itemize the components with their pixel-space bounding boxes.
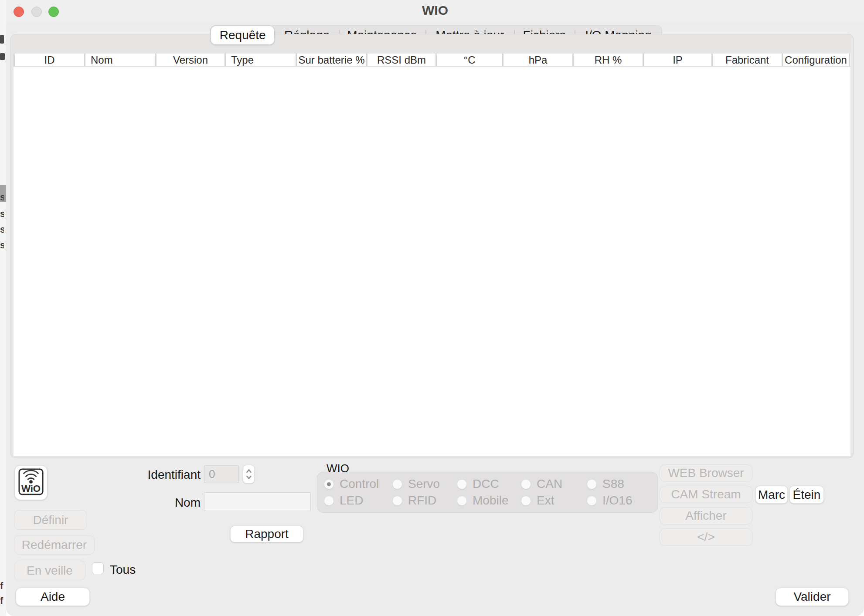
- col-header-id[interactable]: ID: [14, 54, 84, 66]
- background-text-fragment: [0, 53, 5, 60]
- radio-s88[interactable]: [587, 479, 597, 489]
- code-view-button[interactable]: </>: [660, 528, 752, 546]
- radio-option-servo[interactable]: Servo: [392, 477, 440, 491]
- svg-text:WiO: WiO: [21, 483, 41, 494]
- en-veille-button[interactable]: En veille: [14, 561, 85, 580]
- web-browser-button[interactable]: WEB Browser: [660, 464, 752, 482]
- tous-label: Tous: [110, 563, 136, 577]
- radio-option-mobile[interactable]: Mobile: [457, 493, 508, 508]
- radio-option-dcc[interactable]: DCC: [457, 477, 499, 491]
- titlebar: WIO: [6, 0, 864, 23]
- valider-button[interactable]: Valider: [776, 588, 849, 606]
- background-text-fragment: s: [0, 208, 4, 220]
- table-header-row: ID Nom Version Type Sur batterie % RSSI …: [14, 54, 850, 67]
- stepper-arrows-icon: [245, 468, 252, 481]
- radio-can[interactable]: [521, 479, 531, 489]
- rapport-button[interactable]: Rapport: [230, 526, 303, 542]
- col-header-hpa[interactable]: hPa: [502, 54, 572, 66]
- cam-stream-button[interactable]: CAM Stream: [660, 486, 752, 503]
- background-window-sliver: s s s s f f: [0, 0, 6, 616]
- col-header-rh[interactable]: RH %: [572, 54, 643, 66]
- radio-servo[interactable]: [392, 479, 402, 489]
- window-title: WIO: [6, 0, 864, 23]
- background-text-fragment: [0, 35, 4, 44]
- col-header-version[interactable]: Version: [155, 54, 225, 66]
- radio-option-control[interactable]: Control: [324, 477, 379, 491]
- identifiant-input[interactable]: [204, 466, 238, 483]
- background-text-fragment: s: [0, 192, 4, 203]
- wio-logo-icon: WiO: [18, 468, 44, 497]
- nom-input[interactable]: [204, 493, 310, 511]
- wio-window: WIO Requête Réglage Maintenance Mettre à…: [6, 0, 864, 616]
- afficher-button[interactable]: Afficher: [660, 507, 752, 525]
- radio-led[interactable]: [324, 496, 334, 506]
- col-header-configuration[interactable]: Configuration: [782, 54, 850, 66]
- aide-button[interactable]: Aide: [16, 588, 90, 606]
- radio-ext[interactable]: [521, 496, 531, 506]
- marc-button[interactable]: Marc: [755, 486, 788, 504]
- background-text-fragment: f: [0, 595, 4, 606]
- col-header-type[interactable]: Type: [225, 54, 296, 66]
- col-header-nom[interactable]: Nom: [84, 54, 155, 66]
- radio-option-led[interactable]: LED: [324, 493, 363, 508]
- radio-rfid[interactable]: [392, 496, 402, 506]
- radio-dcc[interactable]: [457, 479, 467, 489]
- device-table: ID Nom Version Type Sur batterie % RSSI …: [14, 54, 850, 456]
- radio-control[interactable]: [324, 479, 334, 489]
- nom-label: Nom: [131, 496, 201, 510]
- table-body-empty: [14, 68, 850, 456]
- col-header-fabricant[interactable]: Fabricant: [711, 54, 782, 66]
- identifiant-stepper[interactable]: [243, 465, 255, 484]
- radio-option-can[interactable]: CAN: [521, 477, 562, 491]
- radio-mobile[interactable]: [457, 496, 467, 506]
- tous-checkbox[interactable]: [92, 562, 104, 574]
- col-header-temperature[interactable]: °C: [435, 54, 502, 66]
- tab-requete[interactable]: Requête: [211, 26, 274, 44]
- radio-option-rfid[interactable]: RFID: [392, 493, 436, 508]
- redemarrer-button[interactable]: Redémarrer: [14, 535, 95, 555]
- definir-button[interactable]: Définir: [14, 510, 87, 530]
- radio-option-io16[interactable]: I/O16: [587, 493, 632, 508]
- radio-option-s88[interactable]: S88: [587, 477, 624, 491]
- wio-logo-button[interactable]: WiO: [14, 465, 48, 500]
- radio-option-ext[interactable]: Ext: [521, 493, 554, 508]
- etein-button[interactable]: Étein: [789, 486, 824, 504]
- background-text-fragment: s: [0, 224, 4, 235]
- screen: s s s s f f WIO Requête Réglage Maintena…: [0, 0, 864, 616]
- col-header-ip[interactable]: IP: [643, 54, 711, 66]
- background-text-fragment: s: [0, 240, 4, 251]
- col-header-rssi[interactable]: RSSI dBm: [366, 54, 435, 66]
- col-header-sur-batterie[interactable]: Sur batterie %: [296, 54, 366, 66]
- radio-io16[interactable]: [587, 496, 597, 506]
- nom-field[interactable]: [204, 492, 311, 511]
- identifiant-label: Identifiant: [131, 468, 201, 482]
- wio-type-groupbox: Control Servo DCC CAN S88 LED: [317, 472, 658, 513]
- background-text-fragment: f: [0, 580, 4, 592]
- identifiant-field[interactable]: [204, 465, 239, 483]
- content-panel: ID Nom Version Type Sur batterie % RSSI …: [10, 34, 854, 458]
